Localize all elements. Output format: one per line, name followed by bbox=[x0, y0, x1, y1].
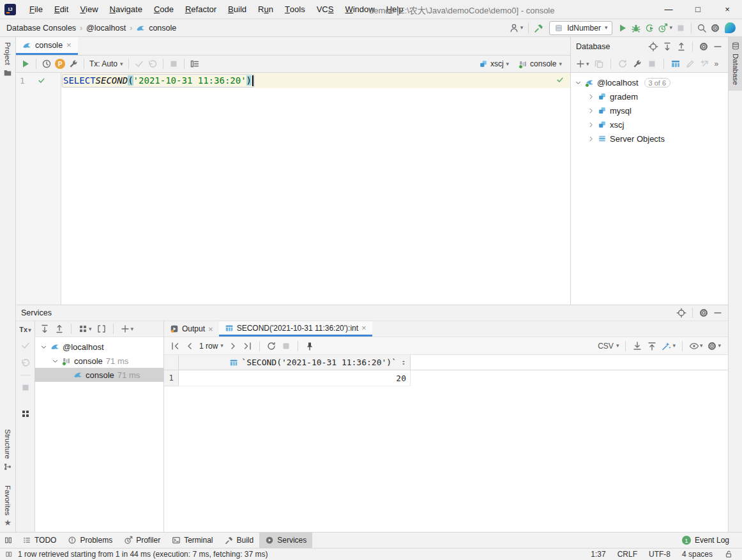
previous-page-icon[interactable] bbox=[185, 341, 195, 351]
minimize-button[interactable]: — bbox=[654, 0, 683, 19]
group-by-button[interactable]: ▾ bbox=[78, 324, 92, 334]
open-table-icon[interactable] bbox=[670, 59, 681, 69]
tool-button-terminal[interactable]: Terminal bbox=[166, 533, 218, 548]
tx-mode-select[interactable]: Tx: Auto▾ bbox=[89, 59, 123, 68]
frame-view-icon[interactable] bbox=[96, 324, 107, 334]
tool-button-project[interactable]: Project bbox=[3, 42, 12, 77]
settings-wrench-icon[interactable] bbox=[68, 59, 79, 69]
tab-result-grid[interactable]: SECOND('2021-10-31 11:36:20'):int × bbox=[219, 321, 372, 337]
breadcrumb-database-consoles[interactable]: Database Consoles bbox=[6, 24, 76, 33]
pin-tab-icon[interactable] bbox=[305, 341, 315, 351]
menu-run[interactable]: Run bbox=[252, 0, 279, 19]
value-cell[interactable]: 20 bbox=[179, 370, 411, 386]
tree-row-gradem[interactable]: gradem bbox=[571, 89, 728, 103]
hide-services-icon[interactable] bbox=[713, 308, 723, 318]
sort-icon[interactable] bbox=[400, 359, 407, 367]
tool-window-corner-icon[interactable] bbox=[4, 536, 13, 545]
more-actions-icon[interactable]: » bbox=[715, 59, 719, 68]
chevron-right-icon[interactable] bbox=[587, 107, 594, 114]
tool-button-services[interactable]: Services bbox=[259, 533, 312, 548]
chevron-down-icon[interactable] bbox=[575, 79, 582, 86]
tool-button-structure[interactable]: Structure bbox=[3, 429, 12, 471]
layout-icon[interactable] bbox=[20, 409, 31, 419]
parameters-icon[interactable]: P bbox=[55, 59, 65, 69]
run-configuration-select[interactable]: IdNumber ▾ bbox=[549, 21, 612, 35]
import-data-icon[interactable] bbox=[647, 341, 657, 351]
indent-setting[interactable]: 4 spaces bbox=[682, 550, 713, 559]
page-size-select[interactable]: 1 row▾ bbox=[199, 342, 223, 351]
service-row-session[interactable]: console 71 ms bbox=[35, 354, 163, 368]
menu-code[interactable]: Code bbox=[148, 0, 179, 19]
view-options-icon[interactable]: ▾ bbox=[689, 341, 703, 351]
service-row-localhost[interactable]: @localhost bbox=[35, 340, 163, 354]
schedule-icon[interactable] bbox=[42, 59, 52, 69]
chevron-right-icon[interactable] bbox=[587, 135, 594, 142]
column-header-cell[interactable]: `SECOND('2021-10-31 11:36:20')` bbox=[179, 355, 411, 370]
close-button[interactable]: × bbox=[713, 0, 742, 19]
chevron-down-icon[interactable] bbox=[52, 358, 59, 365]
export-format-select[interactable]: CSV▾ bbox=[598, 342, 619, 351]
tool-button-profiler[interactable]: Profiler bbox=[118, 533, 166, 548]
tree-row-localhost[interactable]: @localhost 3 of 6 bbox=[571, 75, 728, 89]
plugin-sphere-icon[interactable] bbox=[725, 22, 736, 33]
tree-row-server-objects[interactable]: Server Objects bbox=[571, 132, 728, 146]
chevron-right-icon[interactable] bbox=[587, 93, 594, 100]
collapse-all-icon[interactable] bbox=[54, 324, 64, 334]
new-datasource-button[interactable]: ▾ bbox=[575, 59, 589, 69]
run-button[interactable] bbox=[617, 23, 628, 33]
run-with-coverage-button[interactable] bbox=[644, 23, 655, 33]
session-select[interactable]: console▾ bbox=[519, 59, 562, 68]
tool-button-problems[interactable]: Problems bbox=[62, 533, 118, 548]
execute-button[interactable] bbox=[20, 59, 31, 69]
inspection-ok-icon[interactable] bbox=[556, 76, 564, 84]
tab-close-icon[interactable]: × bbox=[66, 40, 72, 50]
panel-options-gear-icon[interactable] bbox=[699, 42, 709, 52]
services-options-gear-icon[interactable] bbox=[699, 308, 709, 318]
tab-close-icon[interactable]: × bbox=[361, 323, 367, 333]
expand-all-icon[interactable] bbox=[40, 324, 50, 334]
tab-close-icon[interactable]: × bbox=[208, 324, 213, 334]
tool-button-build[interactable]: Build bbox=[219, 533, 260, 548]
menu-refactor[interactable]: Refactor bbox=[179, 0, 222, 19]
code-editor[interactable]: 1 SELECT SECOND('2021-10-31 11:36:20') bbox=[16, 73, 570, 305]
breadcrumb-console[interactable]: console bbox=[149, 24, 176, 33]
reload-page-icon[interactable] bbox=[266, 341, 276, 351]
tx-mode-button[interactable]: Tx▾ bbox=[19, 326, 31, 333]
statement-executed-check-icon[interactable] bbox=[38, 77, 45, 84]
search-everywhere-icon[interactable] bbox=[697, 23, 707, 33]
export-data-icon[interactable] bbox=[632, 341, 642, 351]
menu-tools[interactable]: Tools bbox=[279, 0, 311, 19]
editor-tab-console[interactable]: console × bbox=[16, 37, 78, 55]
tree-row-mysql[interactable]: mysql bbox=[571, 103, 728, 117]
tool-button-database[interactable]: Database bbox=[729, 37, 742, 91]
tree-row-xscj[interactable]: xscj bbox=[571, 117, 728, 132]
breadcrumb-localhost[interactable]: @localhost bbox=[86, 24, 126, 33]
grid-settings-icon[interactable]: ▾ bbox=[707, 341, 721, 351]
menu-edit[interactable]: Edit bbox=[49, 0, 74, 19]
debug-button[interactable] bbox=[631, 23, 641, 33]
service-row-result[interactable]: console 71 ms bbox=[35, 368, 163, 382]
tool-button-favorites[interactable]: Favorites ★ bbox=[4, 485, 11, 527]
tab-output[interactable]: Output × bbox=[164, 321, 219, 337]
collapse-all-icon[interactable] bbox=[676, 42, 686, 52]
chevron-right-icon[interactable] bbox=[587, 121, 594, 128]
sql-statement-line[interactable]: SELECT SECOND('2021-10-31 11:36:20') bbox=[61, 73, 570, 88]
menu-view[interactable]: View bbox=[74, 0, 103, 19]
event-log-button[interactable]: 1 Event Log bbox=[682, 536, 738, 545]
line-separator[interactable]: CRLF bbox=[617, 550, 637, 559]
schema-select[interactable]: xscj▾ bbox=[479, 59, 509, 68]
hide-panel-icon[interactable] bbox=[713, 42, 723, 52]
datasource-properties-icon[interactable] bbox=[632, 59, 642, 69]
profiler-button[interactable]: ▾ bbox=[658, 23, 672, 33]
caret-position[interactable]: 1:37 bbox=[591, 550, 605, 559]
menu-file[interactable]: File bbox=[24, 0, 49, 19]
menu-navigate[interactable]: Navigate bbox=[104, 0, 148, 19]
add-service-button[interactable]: ▾ bbox=[120, 324, 134, 334]
menu-vcs[interactable]: VCS bbox=[311, 0, 340, 19]
chevron-down-icon[interactable] bbox=[40, 344, 47, 351]
last-page-icon[interactable] bbox=[243, 341, 253, 351]
file-encoding[interactable]: UTF-8 bbox=[649, 550, 670, 559]
build-hammer-icon[interactable] bbox=[534, 23, 544, 33]
next-page-icon[interactable] bbox=[228, 341, 238, 351]
locate-object-icon[interactable] bbox=[648, 42, 658, 52]
